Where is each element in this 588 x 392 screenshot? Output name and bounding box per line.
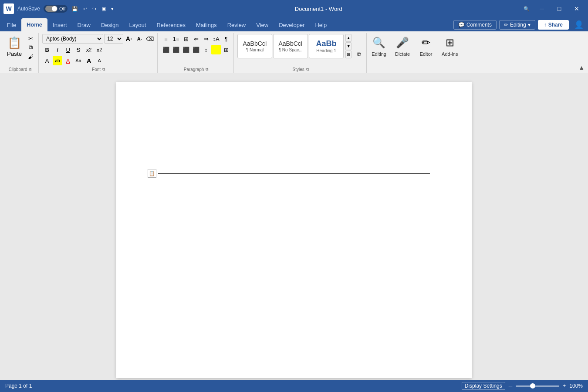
font-grow-button[interactable]: A+ [124, 34, 134, 44]
page-indicator: Page 1 of 1 [5, 383, 32, 389]
editor-group: ✏ Editor [415, 33, 437, 73]
editor-icon[interactable]: ✏ [418, 35, 434, 51]
dictate-label: Dictate [395, 51, 410, 57]
text-effects-button[interactable]: A [42, 56, 52, 65]
save-icon[interactable]: 💾 [72, 6, 78, 12]
line-spacing-button[interactable]: ↕ [201, 45, 211, 54]
paste-icon: 📋 [7, 35, 21, 51]
tab-review[interactable]: Review [222, 18, 251, 31]
tab-home[interactable]: Home [21, 18, 47, 31]
paragraph-content: ≡ 1≡ ⊞ ⇐ ⇒ ↕A ¶ ⬛ ⬛ ⬛ ⬛ ↕ [161, 34, 231, 66]
editing-ribbon-label: Editing [372, 51, 386, 57]
numbering-button[interactable]: 1≡ [171, 34, 181, 44]
addins-icon[interactable]: ⊞ [442, 35, 458, 51]
zoom-slider[interactable] [516, 385, 559, 387]
clipboard-content: 📋 Paste ✂ ⧉ 🖌 [4, 34, 36, 66]
style-heading1[interactable]: AaBb Heading 1 [309, 34, 344, 58]
tab-design[interactable]: Design [96, 18, 124, 31]
styles-scroll-down[interactable]: ▼ [345, 42, 351, 50]
tab-help[interactable]: Help [310, 18, 332, 31]
styles-expand[interactable]: ⊞ [345, 51, 351, 58]
ribbon-collapse-button[interactable]: ▲ [577, 62, 586, 73]
comments-icon: 💬 [458, 22, 465, 28]
font-group-label: Font ⧉ [92, 66, 105, 73]
copy-button[interactable]: ⧉ [25, 43, 36, 52]
bold-button[interactable]: B [42, 45, 52, 54]
share-button[interactable]: ↑ Share [538, 20, 569, 30]
print-preview-icon[interactable]: ▣ [101, 6, 106, 12]
paste-action-icon[interactable]: 📋 [148, 169, 156, 178]
font-color-button[interactable]: A [63, 56, 73, 65]
align-right-button[interactable]: ⬛ [181, 45, 191, 54]
clipboard-expand-icon[interactable]: ⧉ [29, 67, 31, 72]
tab-layout[interactable]: Layout [124, 18, 151, 31]
align-center-button[interactable]: ⬛ [171, 45, 181, 54]
font-grow2-button[interactable]: A [84, 56, 94, 65]
styles-expand-icon[interactable]: ⧉ [306, 67, 309, 72]
autosave-toggle[interactable]: Off [44, 5, 67, 13]
highlight-color-button[interactable]: ab [53, 56, 62, 65]
toggle-switch[interactable] [45, 6, 57, 12]
styles-expand-button[interactable]: ⧉ [354, 50, 364, 59]
font-shrink-button[interactable]: A- [135, 34, 144, 44]
ribbon-body: 📋 Paste ✂ ⧉ 🖌 Clipboard ⧉ [0, 31, 588, 73]
editing-button[interactable]: ✏ Editing ▾ [499, 20, 535, 30]
cut-button[interactable]: ✂ [25, 34, 36, 43]
shading-button[interactable] [211, 45, 221, 54]
document-area: 📋 [0, 73, 588, 380]
subscript-button[interactable]: x2 [84, 45, 94, 54]
multilevel-list-button[interactable]: ⊞ [181, 34, 191, 44]
borders-button[interactable]: ⊞ [221, 45, 231, 54]
minimize-button[interactable]: ─ [534, 2, 550, 15]
align-left-button[interactable]: ⬛ [161, 45, 171, 54]
autosave-label: AutoSave [17, 6, 40, 12]
undo-icon[interactable]: ↩ [83, 6, 87, 12]
strikethrough-button[interactable]: S [74, 45, 83, 54]
comments-button[interactable]: 💬 Comments [453, 20, 497, 30]
search-icon[interactable]: 🔍 [524, 6, 530, 12]
app-logo: W [3, 3, 14, 14]
font-expand-icon[interactable]: ⧉ [102, 67, 105, 72]
paragraph-expand-icon[interactable]: ⧉ [206, 67, 208, 72]
increase-indent-button[interactable]: ⇒ [201, 34, 211, 44]
profile-button[interactable]: 👤 [571, 19, 586, 30]
sort-button[interactable]: ↕A [211, 34, 221, 44]
zoom-plus-icon[interactable]: + [563, 383, 566, 389]
style-no-spacing[interactable]: AaBbCcI ¶ No Spac... [273, 34, 308, 58]
tab-insert[interactable]: Insert [47, 18, 72, 31]
clear-formatting-button[interactable]: ⌫ [145, 34, 155, 44]
font-shrink2-button[interactable]: A [95, 56, 104, 65]
paste-button[interactable]: 📋 Paste [4, 34, 24, 61]
dictate-icon[interactable]: 🎤 [395, 35, 410, 51]
tab-developer[interactable]: Developer [274, 18, 310, 31]
tab-file[interactable]: File [2, 18, 21, 31]
redo-icon[interactable]: ↪ [92, 6, 96, 12]
maximize-button[interactable]: □ [551, 2, 567, 15]
style-normal[interactable]: AaBbCcI ¶ Normal [237, 34, 272, 58]
ribbon-right-controls: 💬 Comments ✏ Editing ▾ ↑ Share 👤 [453, 19, 586, 31]
styles-scroll-up[interactable]: ▲ [345, 34, 351, 42]
font-size-select[interactable]: 12 [104, 34, 123, 44]
underline-button[interactable]: U [63, 45, 73, 54]
status-bar: Page 1 of 1 Display Settings ─ + 100% [0, 380, 588, 392]
font-name-select[interactable]: Aptos (Body) [42, 34, 103, 44]
show-marks-button[interactable]: ¶ [221, 34, 231, 44]
tab-view[interactable]: View [251, 18, 274, 31]
bullets-button[interactable]: ≡ [161, 34, 171, 44]
superscript-button[interactable]: x2 [95, 45, 104, 54]
italic-button[interactable]: I [53, 45, 62, 54]
change-case-button[interactable]: Aa [74, 56, 83, 65]
editing-ribbon-icon[interactable]: 🔍 [371, 35, 387, 51]
tab-references[interactable]: References [151, 18, 190, 31]
tab-mailings[interactable]: Mailings [191, 18, 222, 31]
close-button[interactable]: ✕ [569, 2, 585, 15]
decrease-indent-button[interactable]: ⇐ [191, 34, 201, 44]
tab-draw[interactable]: Draw [72, 18, 96, 31]
voice-group: 🎤 Dictate [391, 33, 414, 73]
display-settings-label[interactable]: Display Settings [462, 382, 505, 390]
document-page[interactable]: 📋 [116, 82, 472, 378]
justify-button[interactable]: ⬛ [191, 45, 201, 54]
zoom-minus-icon[interactable]: ─ [509, 383, 513, 389]
format-painter-button[interactable]: 🖌 [25, 52, 36, 61]
customize-quick-access-icon[interactable]: ▾ [111, 6, 114, 12]
